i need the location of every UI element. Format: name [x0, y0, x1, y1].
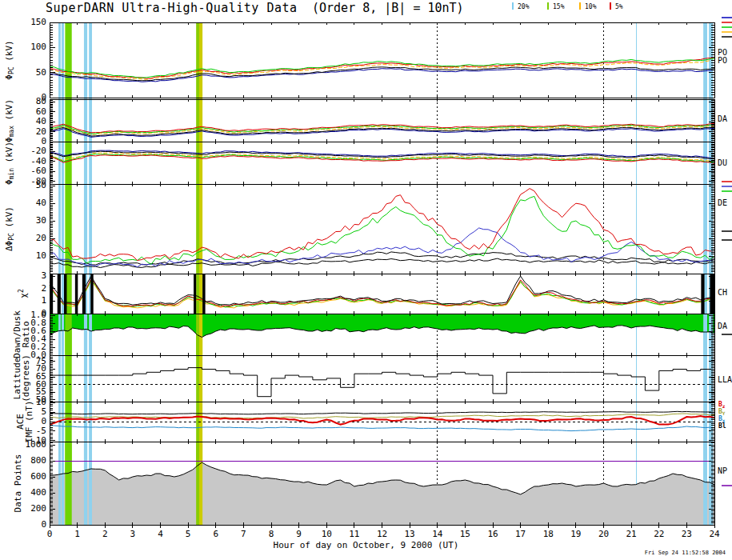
legend-item: 20% — [512, 2, 529, 12]
y-tick-label: 10 — [18, 251, 46, 260]
series-Bx — [50, 426, 714, 431]
y-tick-label: 40 — [18, 117, 46, 126]
y-tick-label: -60 — [18, 166, 46, 175]
ratio-fill — [50, 314, 714, 338]
legend-item-label: 15% — [553, 3, 564, 10]
event-band — [58, 314, 61, 355]
legend-item: 15% — [547, 2, 564, 12]
data-gap-bar — [75, 274, 78, 314]
event-band — [89, 442, 92, 525]
x-tick-label: 12 — [373, 529, 392, 539]
y-tick-label: 0 — [18, 137, 46, 146]
legend-color-bar — [610, 2, 611, 10]
x-tick-label: 17 — [511, 529, 530, 539]
plot-canvas — [0, 0, 732, 560]
panel-border — [50, 274, 714, 314]
x-tick-label: 3 — [123, 529, 142, 539]
series-red — [50, 58, 714, 78]
y-tick-label: 50 — [18, 68, 46, 77]
legend-item-label: 10% — [585, 3, 596, 10]
x-tick-label: 19 — [566, 529, 586, 539]
data-gap-bar — [58, 274, 61, 314]
right-label-dphi: DE — [718, 199, 727, 207]
chart-subtitle: (Order 8, |B| = 10nT) — [312, 1, 464, 15]
timestamp: Fri Sep 24 11:52:58 2004 — [645, 550, 726, 556]
panel-border — [50, 142, 714, 184]
event-band — [89, 314, 92, 355]
x-tick-label: 2 — [95, 529, 114, 539]
x-tick-label: 10 — [317, 529, 336, 539]
y-tick-label: 80 — [18, 97, 46, 106]
legend-item: 5% — [610, 2, 623, 12]
legend-color-bar — [547, 2, 549, 10]
legend-item-label: 5% — [615, 3, 623, 10]
y-axis-title-ratio: Dawn/DuskRatio — [13, 310, 30, 358]
x-tick-label: 22 — [650, 529, 669, 539]
x-tick-label: 1 — [68, 529, 87, 539]
x-tick-label: 18 — [538, 529, 558, 539]
x-tick-label: 16 — [483, 529, 502, 539]
right-label-ratio: DA — [718, 322, 727, 330]
series-orange — [50, 126, 714, 134]
right-label-phi_max: DA — [718, 115, 727, 123]
x-tick-label: 23 — [677, 529, 696, 539]
event-band — [65, 442, 71, 525]
right-label-phi_min: DU — [718, 159, 727, 167]
y-tick-label: 40 — [18, 198, 46, 207]
panel-border — [50, 22, 714, 98]
right-label-lat: LLA — [718, 376, 732, 384]
x-axis-title: Hour of day on October, 9 2000 (UT) — [0, 540, 732, 550]
x-tick-label: 11 — [345, 529, 364, 539]
x-tick-label: 5 — [178, 529, 198, 539]
legend-color-bar — [579, 2, 581, 10]
y-tick-label: 1000 — [18, 440, 46, 449]
x-tick-label: 6 — [206, 529, 226, 539]
y-tick-label: 100 — [18, 42, 46, 51]
y-tick-label: 20 — [18, 127, 46, 136]
y-tick-label: 150 — [18, 18, 46, 26]
y-tick-label: 20 — [18, 234, 46, 242]
series-violet — [50, 228, 714, 267]
right-label-phi_pc: POPO — [718, 49, 727, 65]
y-axis-title-npts: Data Points — [14, 454, 22, 513]
event-band — [84, 442, 87, 525]
legend-item: 10% — [579, 2, 596, 12]
event-band — [58, 442, 61, 525]
y-tick-label: -40 — [18, 157, 46, 166]
event-band — [65, 314, 71, 355]
event-band — [199, 314, 202, 355]
event-band — [62, 442, 64, 525]
y-axis-title-phi_pc: ΦPC (kV) — [5, 40, 16, 79]
data-gap-bar — [82, 274, 86, 314]
y-tick-label: 30 — [18, 216, 46, 225]
legend-color-bar — [512, 2, 514, 10]
right-label-npts: NP — [718, 467, 727, 475]
x-tick-label: 15 — [455, 529, 474, 539]
series-black — [50, 276, 714, 305]
imf-right-label: Bl — [718, 422, 726, 430]
event-band — [62, 314, 64, 355]
x-tick-label: 21 — [622, 529, 641, 539]
x-tick-label: 8 — [262, 529, 281, 539]
y-tick-label: 0 — [18, 520, 46, 529]
series-latitude — [50, 368, 714, 397]
x-tick-label: 24 — [705, 529, 724, 539]
series-green — [50, 196, 714, 264]
event-band — [196, 442, 199, 525]
legend-item-label: 20% — [518, 3, 529, 10]
series-blue — [50, 69, 714, 82]
series-Bmag — [50, 411, 714, 414]
y-axis-title-phi_max: Φmax (kV) — [5, 98, 16, 142]
y-tick-label: 3 — [18, 271, 46, 280]
data-gap-bar — [202, 274, 205, 314]
y-axis-title-lat: Latitude(degrees) — [13, 354, 30, 402]
y-tick-label: -20 — [18, 146, 46, 155]
x-tick-label: 20 — [594, 529, 614, 539]
y-axis-title-phi_min: Φmin (kV) — [5, 141, 16, 184]
x-tick-label: 0 — [40, 529, 59, 539]
x-tick-label: 7 — [234, 529, 253, 539]
data-gap-bar — [701, 274, 704, 314]
data-gap-bar — [194, 274, 196, 314]
event-band — [199, 442, 202, 525]
event-band — [84, 314, 87, 355]
